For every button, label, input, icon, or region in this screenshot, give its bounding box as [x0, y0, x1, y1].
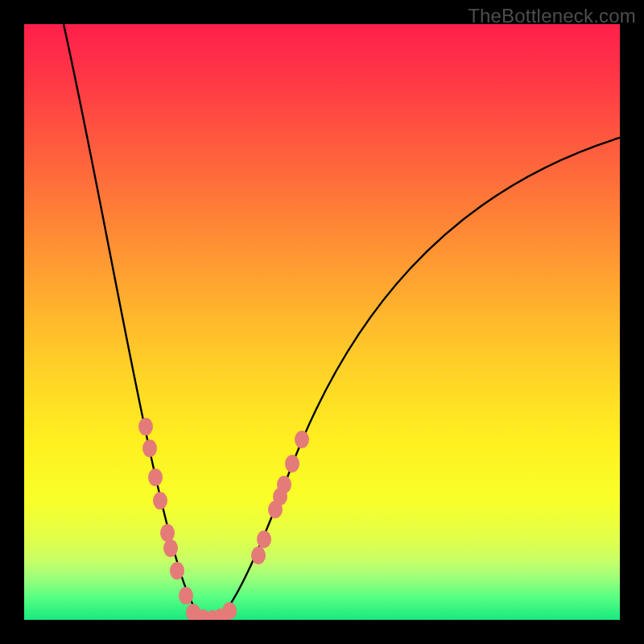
data-point: [179, 587, 193, 605]
data-point: [295, 431, 309, 448]
chart-plot-area: [24, 24, 620, 620]
dots-right: [251, 431, 309, 564]
data-point: [142, 440, 157, 457]
data-point: [170, 562, 184, 580]
data-point: [251, 547, 266, 564]
data-point: [153, 492, 167, 510]
data-point: [148, 469, 163, 486]
chart-svg: [24, 24, 620, 620]
chart-frame: TheBottleneck.com: [0, 0, 644, 644]
data-point: [222, 602, 237, 620]
watermark-text: TheBottleneck.com: [468, 5, 636, 27]
data-point: [277, 476, 291, 493]
bottleneck-curve: [64, 24, 620, 619]
data-point: [163, 539, 178, 557]
data-point: [257, 530, 271, 548]
data-point: [160, 524, 175, 542]
data-point: [138, 418, 153, 436]
dots-trough: [186, 602, 237, 620]
dots-left: [138, 418, 193, 605]
data-point: [285, 455, 299, 473]
